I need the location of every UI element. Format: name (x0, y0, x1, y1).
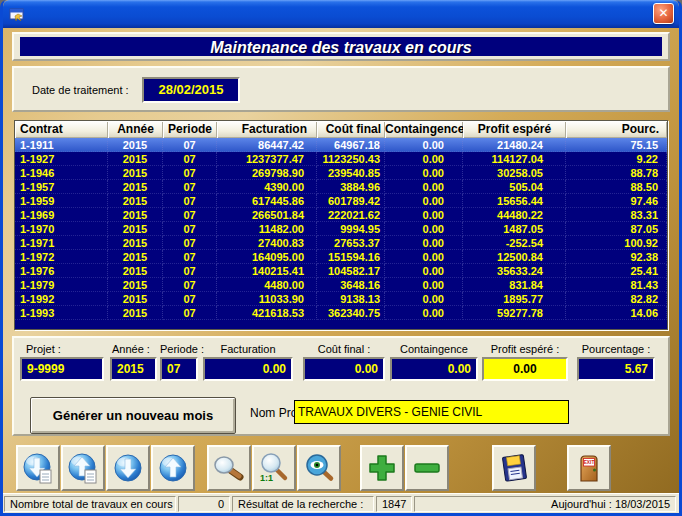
column-header[interactable]: Coût final (317, 121, 385, 138)
nom-projet-field[interactable]: TRAVAUX DIVERS - GENIE CIVIL (294, 400, 569, 424)
annee-field[interactable]: 2015 (110, 357, 157, 381)
table-cell: 07 (163, 166, 217, 180)
preview-button[interactable] (297, 445, 341, 491)
profit-espere-field[interactable]: 0.00 (482, 357, 568, 381)
containgence-label: Containgence (390, 343, 478, 355)
title-bar[interactable]: ✕ (3, 0, 679, 28)
table-row[interactable]: 1-1969201507266501.84222021.620.0044480.… (15, 208, 667, 222)
table-cell: 64967.18 (317, 138, 385, 152)
periode-label: Periode : (160, 343, 204, 355)
column-header[interactable]: Facturation (217, 121, 317, 138)
today-date: Aujourd'hui : 18/03/2015 (414, 496, 676, 512)
pourcentage-field[interactable]: 5.67 (577, 357, 655, 381)
table-cell: 07 (163, 194, 217, 208)
table-cell: 0.00 (385, 194, 463, 208)
table-cell: 1-1969 (15, 208, 108, 222)
table-cell: 269798.90 (217, 166, 317, 180)
status-bar: Nombre total de travaux en cours : 0 Rés… (3, 493, 679, 513)
add-button[interactable] (360, 445, 404, 491)
table-row[interactable]: 1-1993201507421618.53362340.750.0059277.… (15, 306, 667, 320)
table-cell: 88.50 (566, 180, 667, 194)
search-button[interactable] (207, 445, 251, 491)
table-cell: 0.00 (385, 278, 463, 292)
column-header[interactable]: Profit espéré (463, 121, 566, 138)
table-cell: 164095.00 (217, 250, 317, 264)
facturation-field[interactable]: 0.00 (203, 357, 293, 381)
save-button[interactable] (492, 445, 536, 491)
table-header: ContratAnnéePeriodeFacturationCoût final… (15, 121, 667, 138)
table-cell: 1487.05 (463, 222, 566, 236)
table-body: 1-191120150786447.4264967.180.0021480.24… (15, 138, 667, 320)
periode-field[interactable]: 07 (160, 357, 198, 381)
column-header[interactable]: Periode (163, 121, 217, 138)
table-cell: 9.22 (566, 152, 667, 166)
close-button[interactable]: ✕ (653, 3, 674, 24)
minus-icon (410, 451, 444, 485)
table-cell: 1-1927 (15, 152, 108, 166)
table-cell: 1-1946 (15, 166, 108, 180)
containgence-field[interactable]: 0.00 (390, 357, 478, 381)
table-cell: 2015 (108, 264, 163, 278)
cout-final-field[interactable]: 0.00 (303, 357, 385, 381)
table-row[interactable]: 1-191120150786447.4264967.180.0021480.24… (15, 138, 667, 152)
zoom-one-to-one-button[interactable]: 1:1 (252, 445, 296, 491)
projet-field[interactable]: 9-9999 (20, 357, 104, 381)
date-field[interactable]: 28/02/2015 (142, 77, 240, 103)
table-cell: 0.00 (385, 180, 463, 194)
exit-button[interactable]: EXIT (567, 445, 611, 491)
magnifier-icon (212, 451, 246, 485)
table-cell: 2015 (108, 138, 163, 152)
table-cell: 07 (163, 250, 217, 264)
column-header[interactable]: Année (108, 121, 163, 138)
generate-new-month-button[interactable]: Générer un nouveau mois (30, 397, 236, 434)
table-row[interactable]: 1-19272015071237377.471123250.430.001141… (15, 152, 667, 166)
table-cell: 2015 (108, 208, 163, 222)
cout-final-label: Coût final : (303, 343, 385, 355)
column-header[interactable]: Pourc. (566, 121, 667, 138)
column-header[interactable]: Containgence (385, 121, 463, 138)
arrow-up-page-icon (66, 451, 100, 485)
table-cell: 266501.84 (217, 208, 317, 222)
table-cell: 07 (163, 180, 217, 194)
table-cell: 2015 (108, 152, 163, 166)
arrow-down-icon (111, 451, 145, 485)
table-cell: 421618.53 (217, 306, 317, 320)
table-cell: 239540.85 (317, 166, 385, 180)
table-row[interactable]: 1-1972201507164095.00151594.160.0012500.… (15, 250, 667, 264)
table-row[interactable]: 1-197120150727400.8327653.370.00-252.541… (15, 236, 667, 250)
page-title: Maintenance des travaux en cours (20, 37, 662, 56)
table-row[interactable]: 1-1946201507269798.90239540.850.0030258.… (15, 166, 667, 180)
table-cell: 14.06 (566, 306, 667, 320)
table-row[interactable]: 1-199220150711033.909138.130.001895.7782… (15, 292, 667, 306)
remove-button[interactable] (405, 445, 449, 491)
table-cell: 100.92 (566, 236, 667, 250)
table-cell: 30258.05 (463, 166, 566, 180)
column-header[interactable]: Contrat (15, 121, 108, 138)
table-cell: 83.31 (566, 208, 667, 222)
table-cell: 4480.00 (217, 278, 317, 292)
pourcentage-label: Pourcentage : (577, 343, 655, 355)
table-cell: 2015 (108, 292, 163, 306)
exit-sign-label: EXIT (584, 460, 595, 465)
table-cell: 12500.84 (463, 250, 566, 264)
table-row[interactable]: 1-19792015074480.003648.160.00831.8481.4… (15, 278, 667, 292)
table-row[interactable]: 1-197020150711482.009994.950.001487.0587… (15, 222, 667, 236)
arrow-down-with-page-button[interactable] (16, 445, 60, 491)
arrow-up-button[interactable] (151, 445, 195, 491)
arrow-up-with-page-button[interactable] (61, 445, 105, 491)
table-row[interactable]: 1-1976201507140215.41104582.170.0035633.… (15, 264, 667, 278)
arrow-down-button[interactable] (106, 445, 150, 491)
search-result-label: Résultat de la recherche : (232, 496, 374, 512)
table-cell: 9138.13 (317, 292, 385, 306)
table-cell: 35633.24 (463, 264, 566, 278)
table-cell: 25.41 (566, 264, 667, 278)
table-cell: 81.43 (566, 278, 667, 292)
search-result-value: 1847 (376, 496, 412, 512)
table-cell: 1-1976 (15, 264, 108, 278)
table-row[interactable]: 1-19572015074390.003884.960.00505.0488.5… (15, 180, 667, 194)
table-cell: 505.04 (463, 180, 566, 194)
banner-panel: Maintenance des travaux en cours (12, 32, 670, 61)
table-row[interactable]: 1-1959201507617445.86601789.420.0015656.… (15, 194, 667, 208)
table-cell: 44480.22 (463, 208, 566, 222)
table-cell: 114127.04 (463, 152, 566, 166)
